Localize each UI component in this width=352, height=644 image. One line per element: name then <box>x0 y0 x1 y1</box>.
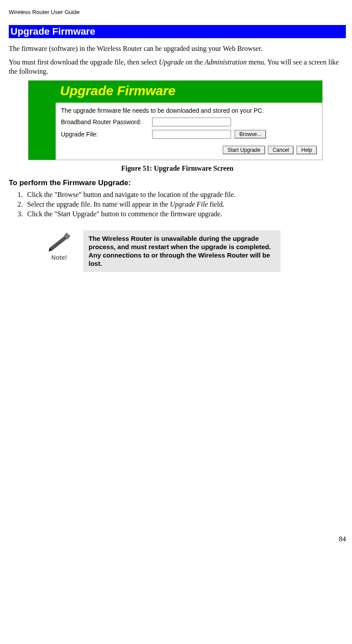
upgrade-file-row: Upgrade File: Browse... <box>61 130 317 139</box>
panel-main: Upgrade Firmware The upgrade firmware fi… <box>56 81 322 160</box>
panel-sidebar <box>28 81 56 160</box>
password-row: Broadband Router Password: <box>61 118 317 126</box>
upgrade-file-input[interactable] <box>152 130 231 139</box>
list-item: Click the "Start Upgrade" button to comm… <box>25 210 346 218</box>
intro-paragraph-1: The firmware (software) in the Wireless … <box>9 44 346 54</box>
steps-list: Click the "Browse" button and navigate t… <box>9 191 346 218</box>
password-input[interactable] <box>152 118 231 126</box>
start-upgrade-button[interactable]: Start Upgrade <box>223 146 265 154</box>
note-block: Note! The Wireless Router is unavailable… <box>35 230 281 272</box>
section-title: Upgrade Firmware <box>9 25 346 38</box>
list-item: Select the upgrade file. Its name will a… <box>25 200 346 208</box>
upgrade-file-label: Upgrade File: <box>61 131 149 138</box>
text-fragment: You must first download the upgrade file… <box>9 58 159 66</box>
panel-description: The upgrade firmware file needs to be do… <box>61 107 264 114</box>
cancel-button[interactable]: Cancel <box>268 146 294 154</box>
pencil-note-icon <box>47 232 71 251</box>
text-fragment: on the <box>184 58 205 66</box>
page-number: 84 <box>9 535 346 543</box>
help-button[interactable]: Help <box>296 146 317 154</box>
emphasis-administration: Administration <box>205 58 247 66</box>
text-fragment: Select the upgrade file. Its name will a… <box>27 200 170 208</box>
browse-button[interactable]: Browse... <box>235 130 266 139</box>
note-text: The Wireless Router is unavailable durin… <box>83 230 281 272</box>
password-label: Broadband Router Password: <box>61 118 149 125</box>
list-item: Click the "Browse" button and navigate t… <box>25 191 346 199</box>
document-header: Wireless Router User Guide <box>9 9 346 15</box>
panel-actions: Start Upgrade Cancel Help <box>61 146 317 154</box>
figure-container: Upgrade Firmware The upgrade firmware fi… <box>28 80 346 160</box>
text-fragment: field. <box>208 200 224 208</box>
emphasis-upgrade: Upgrade <box>159 58 184 66</box>
note-icon-cell: Note! <box>35 230 83 261</box>
intro-paragraph-2: You must first download the upgrade file… <box>9 58 346 76</box>
panel-title-row: Upgrade Firmware <box>56 81 322 103</box>
panel-description-row: The upgrade firmware file needs to be do… <box>61 107 317 114</box>
subheading: To perform the Firmware Upgrade: <box>9 179 346 187</box>
panel-title: Upgrade Firmware <box>60 83 175 98</box>
note-label: Note! <box>35 254 83 261</box>
upgrade-firmware-panel: Upgrade Firmware The upgrade firmware fi… <box>28 80 323 160</box>
panel-body: The upgrade firmware file needs to be do… <box>56 103 322 160</box>
figure-caption: Figure 51: Upgrade Firmware Screen <box>9 165 346 172</box>
emphasis-upgrade-file: Upgrade File <box>170 200 208 208</box>
